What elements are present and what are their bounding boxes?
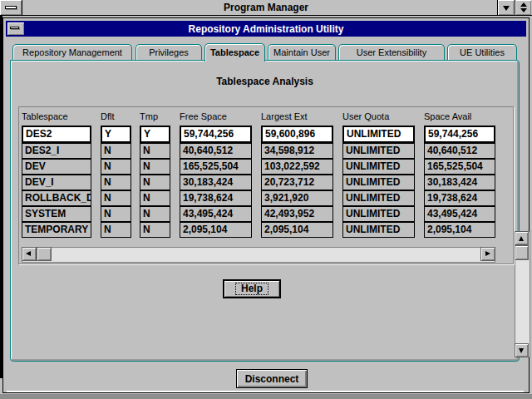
grid-cell-space-avail-row1[interactable]: 40,640,512 — [424, 143, 495, 159]
grid-cell-largest-ext-row6[interactable]: 2,095,104 — [261, 222, 333, 238]
grid-cell-free-space-row2[interactable]: 165,525,504 — [180, 159, 252, 175]
grid-cell-tmp-row2[interactable]: N — [140, 159, 170, 175]
grid-cell-tablespace-row5[interactable]: SYSTEM — [22, 206, 91, 222]
grid-cell-dflt-row1[interactable]: N — [101, 143, 131, 159]
dialog-bottom-highlight — [7, 391, 524, 392]
grid-cell-largest-ext-row5[interactable]: 42,493,952 — [261, 206, 333, 222]
tab-repository-management[interactable]: Repository Management — [12, 44, 132, 60]
grid-cell-free-space-row0[interactable]: 59,744,256 — [180, 126, 252, 143]
down-arrow-icon — [519, 348, 524, 353]
grid-cell-user-quota-row4[interactable]: UNLIMITED — [342, 190, 415, 206]
horizontal-scrollbar[interactable] — [22, 247, 495, 263]
grid-cell-user-quota-row2[interactable]: UNLIMITED — [342, 159, 415, 175]
grid-cell-user-quota-row1[interactable]: UNLIMITED — [342, 143, 415, 159]
grid-cell-space-avail-row2[interactable]: 165,525,504 — [424, 159, 495, 175]
grid-cell-space-avail-row6[interactable]: 2,095,104 — [424, 222, 495, 238]
grid-cell-dflt-row5[interactable]: N — [101, 206, 131, 222]
program-manager-title: Program Manager — [0, 2, 532, 13]
column-header-tablespace: Tablespace — [22, 111, 91, 122]
grid-cell-free-space-row6[interactable]: 2,095,104 — [180, 222, 252, 238]
scroll-up-button[interactable] — [515, 231, 529, 245]
grid-cell-tmp-row3[interactable]: N — [140, 175, 170, 190]
grid-cell-tablespace-row4[interactable]: ROLLBACK_D — [22, 190, 91, 206]
vertical-scroll-thumb[interactable] — [515, 245, 529, 260]
dialog-title: Repository Administration Utility — [6, 23, 526, 35]
help-button[interactable]: Help — [223, 279, 281, 298]
grid-cell-user-quota-row0[interactable]: UNLIMITED — [342, 126, 415, 143]
restore-down-icon — [520, 8, 527, 12]
grid-cell-tablespace-row0[interactable]: DES2 — [22, 126, 91, 143]
scroll-left-button[interactable] — [22, 247, 37, 261]
grid-cell-dflt-row6[interactable]: N — [101, 222, 131, 238]
help-button-label: Help — [235, 283, 268, 295]
grid-cell-dflt-row4[interactable]: N — [101, 190, 131, 206]
grid-cell-free-space-row3[interactable]: 30,183,424 — [180, 175, 252, 190]
grid-cell-user-quota-row3[interactable]: UNLIMITED — [342, 175, 415, 190]
disconnect-button-label: Disconnect — [245, 373, 299, 385]
restore-button[interactable] — [515, 0, 531, 15]
grid-cell-space-avail-row5[interactable]: 43,495,424 — [424, 206, 495, 222]
column-header-user-quota: User Quota — [342, 111, 415, 122]
grid-cell-space-avail-row4[interactable]: 19,738,624 — [424, 190, 495, 206]
grid-cell-space-avail-row3[interactable]: 30,183,424 — [424, 175, 495, 190]
window-bottom-shadow — [0, 394, 532, 399]
grid-cell-tmp-row6[interactable]: N — [140, 222, 170, 238]
grid-cell-tmp-row1[interactable]: N — [140, 143, 170, 159]
column-header-tmp: Tmp — [140, 111, 170, 122]
scroll-right-button[interactable] — [480, 247, 495, 261]
grid-cell-tablespace-row6[interactable]: TEMPORARY — [22, 222, 91, 238]
minimize-icon — [503, 6, 510, 11]
column-header-free-space: Free Space — [180, 111, 252, 122]
grid-cell-free-space-row1[interactable]: 40,640,512 — [180, 143, 252, 159]
horizontal-scroll-thumb[interactable] — [37, 247, 52, 261]
grid-cell-largest-ext-row3[interactable]: 20,723,712 — [261, 175, 333, 190]
grid-cell-dflt-row3[interactable]: N — [101, 175, 131, 190]
grid-cell-tmp-row4[interactable]: N — [140, 190, 170, 206]
tab-user-extensibility[interactable]: User Extensibility — [338, 44, 445, 60]
column-header-dflt: Dflt — [101, 111, 131, 122]
column-header-largest-ext: Largest Ext — [261, 111, 333, 122]
disconnect-button[interactable]: Disconnect — [236, 369, 308, 388]
grid-cell-user-quota-row6[interactable]: UNLIMITED — [342, 222, 415, 238]
grid-cell-largest-ext-row1[interactable]: 34,598,912 — [261, 143, 333, 159]
scroll-down-button[interactable] — [515, 343, 529, 357]
tab-maintain-user[interactable]: Maintain User — [268, 44, 336, 60]
grid-cell-tmp-row0[interactable]: Y — [140, 126, 170, 143]
tablespace-grid: TablespaceDfltTmpFree SpaceLargest ExtUs… — [18, 106, 514, 264]
vertical-scrollbar[interactable] — [515, 231, 530, 357]
grid-cell-dflt-row0[interactable]: Y — [101, 126, 131, 143]
column-header-space-avail: Space Avail — [424, 111, 495, 122]
left-arrow-icon — [26, 251, 31, 256]
right-arrow-icon — [485, 251, 490, 256]
up-arrow-icon — [519, 236, 524, 241]
grid-cell-largest-ext-row0[interactable]: 59,600,896 — [261, 126, 333, 143]
grid-cell-dflt-row2[interactable]: N — [101, 159, 131, 175]
tab-privileges[interactable]: Privileges — [135, 44, 202, 60]
grid-cell-tablespace-row3[interactable]: DEV_I — [22, 175, 91, 190]
minimize-button[interactable] — [497, 0, 514, 15]
grid-cell-tablespace-row2[interactable]: DEV — [22, 159, 91, 175]
grid-cell-largest-ext-row2[interactable]: 103,022,592 — [261, 159, 333, 175]
tab-tablespace[interactable]: Tablespace — [204, 43, 265, 62]
tab-ue-utilities[interactable]: UE Utilities — [447, 44, 517, 60]
grid-cell-space-avail-row0[interactable]: 59,744,256 — [424, 126, 495, 143]
grid-cell-free-space-row4[interactable]: 19,738,624 — [180, 190, 252, 206]
grid-cell-largest-ext-row4[interactable]: 3,921,920 — [261, 190, 333, 206]
page-title: Tablespace Analysis — [10, 76, 520, 87]
restore-up-icon — [520, 2, 527, 7]
grid-cell-free-space-row5[interactable]: 43,495,424 — [180, 206, 252, 222]
grid-cell-tmp-row5[interactable]: N — [140, 206, 170, 222]
grid-cell-tablespace-row1[interactable]: DES2_I — [22, 143, 91, 159]
grid-cell-user-quota-row5[interactable]: UNLIMITED — [342, 206, 415, 222]
